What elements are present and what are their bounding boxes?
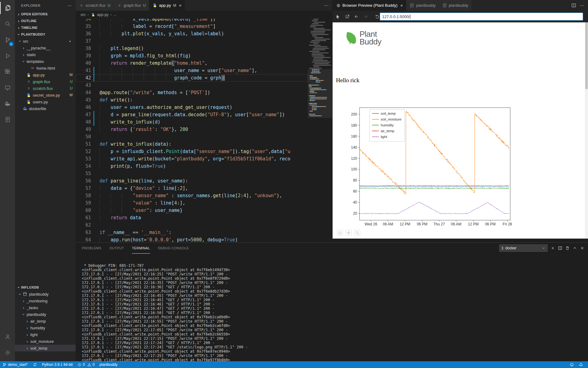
code-line-52[interactable]: 52 p = influxdb_client.Point(data["senso… (76, 148, 308, 155)
url-input[interactable]: 127.0.0.1:5000/ (380, 13, 583, 21)
tree-item-plantbuddy[interactable]: ›plantbuddy (15, 311, 76, 318)
terminal-output[interactable]: * Debugger PIN: 685-171-787<influxdb_cli… (82, 255, 585, 361)
code-editor[interactable]: 34 x_vals.append(record["_time"])35 labe… (76, 19, 308, 242)
gear-icon[interactable] (0, 345, 15, 361)
code-line-48[interactable]: 48 write_to_influx(d) (76, 118, 308, 126)
code-line-37[interactable]: 37 (76, 37, 308, 45)
code-line-45[interactable]: 45def write(): (76, 96, 308, 104)
tab-debug-console[interactable]: DEBUG CONSOLE (158, 243, 189, 254)
split-editor-icon[interactable] (571, 3, 576, 8)
influxdb-icon[interactable] (0, 112, 15, 128)
code-line-44[interactable]: 44@app.route("/write", methods = ['POST'… (76, 89, 308, 96)
open-external-icon[interactable] (344, 13, 351, 20)
tree-item-src[interactable]: ›src● (15, 38, 76, 44)
code-line-51[interactable]: 51def write_to_influx(data): (76, 140, 308, 148)
explorer-icon[interactable] (0, 0, 15, 16)
tab-terminal[interactable]: TERMINAL (132, 243, 150, 254)
maximize-panel-icon[interactable] (573, 246, 577, 250)
terminal-shell-select[interactable]: 1: docker (499, 244, 548, 252)
code-line-61[interactable]: 61 return data (76, 214, 308, 221)
section-plantbuddy[interactable]: ›PLANTBUDDY (15, 31, 76, 38)
code-line-43[interactable]: 43 (76, 82, 308, 89)
search-icon[interactable] (0, 16, 15, 32)
pan-move-icon[interactable] (345, 230, 352, 236)
zoom-icon[interactable] (354, 230, 360, 236)
code-line-50[interactable]: 50 (76, 133, 308, 140)
code-line-41[interactable]: 41 user_name = user["user_name"], (76, 67, 308, 74)
forward-icon[interactable] (362, 13, 369, 20)
code-line-63[interactable]: 63if __name__ == '__main__': (76, 229, 308, 236)
tree-item-users.py[interactable]: ›users.py (15, 98, 76, 105)
more-actions-icon[interactable]: ⋯ (68, 3, 72, 8)
section-open-editors[interactable]: ›OPEN EDITORS (15, 11, 76, 17)
code-line-53[interactable]: 53 write_api.write(bucket="plantbuddy", … (76, 155, 308, 163)
remote-explorer-icon[interactable] (0, 80, 15, 96)
kill-terminal-icon[interactable] (565, 246, 570, 250)
more-actions-icon[interactable]: ⋯ (324, 3, 329, 8)
code-line-57[interactable]: 57 data = {"device" : line[:2], (76, 185, 308, 192)
extensions-icon[interactable] (0, 64, 15, 80)
tab-app-py[interactable]: app.py M × (149, 0, 185, 11)
sync-icon[interactable] (30, 361, 40, 368)
tree-item-air_temp[interactable]: ›air_temp (15, 318, 76, 324)
tree-item-soil_temp[interactable]: ›soil_temp (15, 345, 76, 351)
split-terminal-icon[interactable] (558, 246, 562, 250)
account-icon[interactable] (0, 329, 15, 345)
close-icon[interactable]: × (400, 3, 403, 8)
code-line-64[interactable]: 64 app.run(host='0.0.0.0', port=5000, de… (76, 236, 308, 242)
tab-output[interactable]: OUTPUT (109, 243, 124, 254)
tree-item-home.html[interactable]: ›<>home.html (15, 65, 76, 71)
tree-item-humidity[interactable]: ›humidity (15, 324, 76, 331)
tree-item-plantbuddy[interactable]: ›plantbuddy (15, 291, 76, 297)
code-line-56[interactable]: 56def parse_line(line, user_name): (76, 177, 308, 185)
code-line-59[interactable]: 59 "value" : line[4:], (76, 199, 308, 207)
tree-item-_monitoring[interactable]: ›_monitoring (15, 297, 76, 304)
code-line-35[interactable]: 35 label = record["_measurement"] (76, 23, 308, 30)
code-line-62[interactable]: 62 (76, 221, 308, 229)
close-panel-icon[interactable] (580, 246, 584, 250)
python-interpreter[interactable]: Python 3.9.1 64-bit (40, 361, 75, 368)
browser-viewport[interactable]: Plant Buddy Hello rick 20406080100120140… (333, 22, 588, 239)
source-control-icon[interactable]: 6 (0, 32, 15, 48)
run-debug-icon[interactable] (0, 48, 15, 64)
code-line-42[interactable]: 42 graph_code = grph) (76, 74, 308, 82)
tree-item-graph.flux[interactable]: ›≡graph.fluxU (15, 78, 76, 85)
code-line-40[interactable]: 40 return render_template("home.html", (76, 59, 308, 67)
tree-item-dockerfile[interactable]: ›dockerfile (15, 105, 76, 112)
section-outline[interactable]: ›OUTLINE (15, 17, 76, 24)
tree-item-__pycache__[interactable]: ›__pycache__ (15, 44, 76, 51)
tree-item-light[interactable]: ›light (15, 331, 76, 338)
code-line-60[interactable]: 60 "user": user_name} (76, 207, 308, 214)
code-line-38[interactable]: 38 plt.legend() (76, 45, 308, 52)
section-influxdb[interactable]: ›INFLUXDB (15, 284, 76, 291)
code-line-49[interactable]: 49 return {'result': "OK"}, 200 (76, 126, 308, 133)
tab-plantbuddy-1[interactable]: plantbuddy (406, 0, 439, 11)
new-terminal-icon[interactable] (551, 246, 555, 250)
tree-item-app.py[interactable]: ›app.pyM (15, 71, 76, 78)
tree-item-static[interactable]: ›static (15, 51, 76, 58)
tab-plantbuddy-2[interactable]: plantbuddy (439, 0, 471, 11)
tree-item-secret_store.py[interactable]: ›secret_store.pyM (15, 92, 76, 98)
scrollbar-thumb[interactable] (585, 22, 588, 89)
back-icon[interactable] (353, 13, 360, 20)
docker-icon[interactable] (0, 96, 15, 112)
reset-home-icon[interactable] (337, 230, 343, 236)
tree-item-soil_moisture[interactable]: ›soil_moisture (15, 338, 76, 345)
feedback-icon[interactable] (567, 361, 576, 368)
tab-graph-flux[interactable]: ≡ graph.flux U (114, 0, 149, 11)
code-line-58[interactable]: 58 "sensor_name" : sensor_names.get(line… (76, 192, 308, 199)
code-line-54[interactable]: 54 print(p, flush=True) (76, 163, 308, 170)
code-line-46[interactable]: 46 user = users.authorize_and_get_user(r… (76, 104, 308, 111)
bell-icon[interactable] (576, 361, 586, 368)
tab-browser-preview[interactable]: Browser Preview (Plant Buddy) × (333, 0, 406, 11)
more-actions-icon[interactable]: ⋯ (580, 3, 584, 8)
close-icon[interactable]: × (179, 3, 182, 8)
tree-item-scratch.flux[interactable]: ›≡scratch.fluxU (15, 85, 76, 92)
branch-indicator[interactable]: demo_start* (0, 361, 30, 368)
code-line-47[interactable]: 47 d = parse_line(request.data.decode("U… (76, 111, 308, 118)
code-line-36[interactable]: 36 plt.plot(x_vals, y_vals, label=label) (76, 30, 308, 37)
tree-item-_tasks[interactable]: ›_tasks (15, 304, 76, 311)
code-line-39[interactable]: 39 grph = mpld3.fig_to_html(fig) (76, 52, 308, 59)
problems-indicator[interactable]: 0 0 (75, 361, 97, 368)
section-timeline[interactable]: ›TIMELINE (15, 24, 76, 31)
